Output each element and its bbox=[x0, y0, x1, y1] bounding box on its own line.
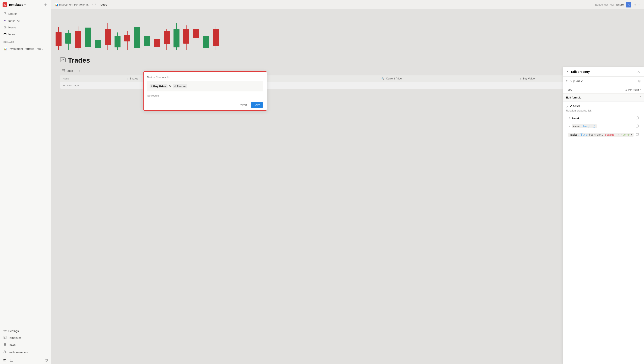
suggestion-asset-length-code: Asset.length() bbox=[572, 124, 597, 128]
sidebar-item-trash-label: Trash bbox=[8, 343, 16, 346]
buy-price-token-icon: # bbox=[151, 85, 152, 88]
sidebar-header: A Templates ▾ bbox=[0, 0, 51, 10]
sidebar-item-settings[interactable]: Settings bbox=[2, 328, 49, 334]
sidebar-item-search-label: Search bbox=[8, 12, 18, 16]
sidebar-item-settings-label: Settings bbox=[8, 330, 19, 332]
sidebar-item-home-label: Home bbox=[8, 26, 16, 29]
asset-relation-icon: ↗ bbox=[566, 105, 568, 108]
ep-property-icon: Σ bbox=[566, 80, 568, 83]
svg-rect-3 bbox=[4, 336, 6, 339]
formula-token-shares: # Shares bbox=[173, 84, 188, 88]
ep-type-value-row[interactable]: Σ Formula › bbox=[626, 88, 641, 91]
ep-suggestion-tasks-filter[interactable]: Tasks.filter(current. Status != "Done") bbox=[566, 131, 641, 138]
calendar-icon-button[interactable] bbox=[8, 357, 14, 363]
sidebar-section-private: Private bbox=[0, 38, 51, 44]
search-icon bbox=[4, 12, 6, 16]
main-content: 📊 Investment Portfolio Tr... / ✎ Trades … bbox=[51, 0, 644, 364]
trash-icon bbox=[4, 343, 6, 346]
asset-section-title: ↗ Asset bbox=[570, 104, 580, 108]
sidebar-item-notion-ai-label: Notion AI bbox=[8, 19, 20, 22]
formula-footer: Revert Save bbox=[144, 100, 267, 110]
sidebar-item-search[interactable]: Search bbox=[2, 10, 49, 17]
ep-type-row: Type Σ Formula › bbox=[563, 86, 644, 94]
save-button[interactable]: Save bbox=[251, 102, 263, 108]
sidebar-item-home[interactable]: Home bbox=[2, 24, 49, 31]
svg-rect-16 bbox=[636, 125, 638, 127]
sidebar-item-investment-label: Investment Portfolio Trac... bbox=[9, 47, 43, 50]
ep-name-row: Σ ⓘ bbox=[563, 77, 644, 86]
avatar[interactable]: A bbox=[626, 2, 632, 8]
ep-formula-chevron: ˅ bbox=[640, 96, 641, 99]
suggestion-tasks-copy[interactable] bbox=[636, 133, 639, 136]
ep-header-left: Edit property bbox=[566, 70, 590, 74]
ep-suggestion-asset[interactable]: ↗ Asset bbox=[566, 115, 641, 122]
ep-type-value: Formula bbox=[628, 88, 639, 91]
breadcrumb-separator: / bbox=[92, 3, 93, 6]
suggestion-asset-name: Asset bbox=[572, 117, 579, 120]
sidebar-item-notion-ai[interactable]: ✦ Notion AI bbox=[2, 17, 49, 24]
svg-rect-17 bbox=[636, 134, 638, 136]
edit-property-panel: Edit property ✕ Σ ⓘ Type Σ Formula › Edi… bbox=[563, 67, 644, 364]
suggestion-asset-length-content: ↗ Asset.length() bbox=[568, 124, 597, 128]
suggestion-asset-length-copy[interactable] bbox=[636, 124, 639, 128]
ep-title: Edit property bbox=[571, 70, 590, 74]
inbox-icon bbox=[4, 32, 6, 36]
sidebar-bottom-nav: Settings Templates Trash bbox=[0, 326, 51, 349]
sidebar-item-templates[interactable]: Templates bbox=[2, 334, 49, 341]
templates-icon bbox=[4, 336, 6, 340]
workspace-chevron: ▾ bbox=[24, 4, 26, 6]
sidebar-item-templates-label: Templates bbox=[8, 336, 22, 340]
ep-type-chevron: › bbox=[640, 88, 641, 91]
ep-type-icon: Σ bbox=[626, 88, 627, 91]
suggestion-asset-icon: ↗ bbox=[568, 117, 570, 120]
suggestion-asset-copy[interactable] bbox=[636, 116, 639, 120]
sidebar-item-inbox[interactable]: Inbox bbox=[2, 31, 49, 38]
overlay-background bbox=[51, 10, 644, 364]
more-options-button[interactable]: ··· bbox=[638, 3, 640, 6]
ep-info-icon: ⓘ bbox=[638, 79, 641, 83]
sidebar-pages: 📊 Investment Portfolio Trac... bbox=[0, 44, 51, 53]
invite-members-button[interactable]: Invite members bbox=[0, 349, 51, 356]
no-results-label: No results bbox=[147, 92, 263, 97]
formula-info-icon: ⓘ bbox=[167, 75, 170, 79]
formula-operator: ✕ bbox=[169, 84, 172, 88]
suggestion-tasks-content: Tasks.filter(current. Status != "Done") bbox=[568, 133, 634, 137]
suggestion-asset-length-icon: ↗ bbox=[568, 125, 570, 128]
workspace-name: Templates bbox=[8, 3, 23, 6]
formula-label-text: Notion Formula bbox=[147, 76, 166, 79]
revert-button[interactable]: Revert bbox=[236, 102, 249, 108]
breadcrumb: 📊 Investment Portfolio Tr... / ✎ Trades bbox=[55, 3, 107, 6]
ep-formula-label: Edit formula bbox=[566, 96, 582, 99]
sidebar-bottom-icons bbox=[0, 356, 51, 364]
buy-price-token-label: Buy Price bbox=[153, 85, 166, 88]
ep-suggestions-section: ↗ ↗ Asset Relation property, list. ↗ Ass… bbox=[563, 102, 644, 142]
notion-ai-icon: ✦ bbox=[4, 18, 6, 22]
mail-icon-button[interactable] bbox=[2, 357, 8, 363]
ep-edit-formula-row[interactable]: Edit formula ˅ bbox=[563, 94, 644, 102]
breadcrumb-root-icon: 📊 bbox=[55, 3, 58, 6]
sidebar-item-trash[interactable]: Trash bbox=[2, 341, 49, 348]
svg-rect-15 bbox=[636, 117, 638, 119]
breadcrumb-root[interactable]: 📊 Investment Portfolio Tr... bbox=[55, 3, 90, 6]
formula-input-area[interactable]: # Buy Price ✕ # Shares bbox=[147, 81, 263, 92]
settings-icon bbox=[4, 329, 6, 333]
breadcrumb-current: Trades bbox=[98, 3, 107, 6]
favorite-icon[interactable]: ☆ bbox=[634, 3, 636, 6]
shares-token-icon: # bbox=[174, 85, 176, 88]
invite-icon bbox=[4, 350, 7, 354]
workspace-switcher[interactable]: A Templates ▾ bbox=[2, 2, 26, 7]
ep-suggestion-asset-length[interactable]: ↗ Asset.length() bbox=[566, 122, 641, 130]
asset-section-subtitle: Relation property, list. bbox=[566, 109, 641, 112]
sidebar-item-investment[interactable]: 📊 Investment Portfolio Trac... bbox=[2, 45, 49, 52]
ep-name-input[interactable] bbox=[570, 80, 636, 83]
ep-close-button[interactable]: ✕ bbox=[636, 69, 641, 74]
ep-type-label: Type bbox=[566, 88, 572, 91]
ep-back-icon[interactable] bbox=[566, 70, 570, 74]
shares-token-label: Shares bbox=[176, 85, 186, 88]
home-icon bbox=[4, 26, 6, 29]
share-button[interactable]: Share bbox=[616, 3, 624, 6]
formula-editor-panel: Notion Formula ⓘ # Buy Price ✕ # Shares … bbox=[143, 71, 267, 111]
help-button[interactable] bbox=[43, 357, 49, 363]
new-page-button[interactable] bbox=[42, 2, 48, 8]
svg-rect-6 bbox=[10, 359, 13, 362]
